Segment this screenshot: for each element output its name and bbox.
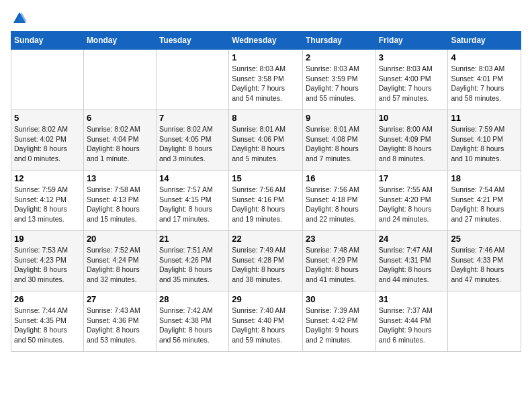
day-info: Sunrise: 7:59 AM Sunset: 4:10 PM Dayligh… <box>451 124 518 164</box>
day-info: Sunrise: 7:52 AM Sunset: 4:24 PM Dayligh… <box>87 245 153 285</box>
day-number: 23 <box>306 234 373 244</box>
day-number: 7 <box>159 113 226 123</box>
day-info: Sunrise: 7:37 AM Sunset: 4:44 PM Dayligh… <box>379 306 445 345</box>
day-info: Sunrise: 7:56 AM Sunset: 4:16 PM Dayligh… <box>232 185 300 224</box>
day-cell: 19Sunrise: 7:53 AM Sunset: 4:23 PM Dayli… <box>11 231 84 291</box>
day-cell: 13Sunrise: 7:58 AM Sunset: 4:13 PM Dayli… <box>83 171 156 231</box>
day-cell: 7Sunrise: 8:02 AM Sunset: 4:05 PM Daylig… <box>156 110 228 171</box>
day-cell <box>83 50 156 110</box>
day-number: 13 <box>87 173 153 183</box>
weekday-header-tuesday: Tuesday <box>156 32 228 50</box>
day-info: Sunrise: 7:53 AM Sunset: 4:23 PM Dayligh… <box>14 245 81 285</box>
day-info: Sunrise: 7:42 AM Sunset: 4:38 PM Dayligh… <box>159 306 226 345</box>
day-info: Sunrise: 8:03 AM Sunset: 3:58 PM Dayligh… <box>232 64 300 103</box>
day-number: 28 <box>159 294 226 304</box>
logo-icon <box>12 11 27 26</box>
weekday-header-saturday: Saturday <box>448 32 521 50</box>
weekday-header-sunday: Sunday <box>11 32 84 50</box>
weekday-header-friday: Friday <box>375 32 448 50</box>
day-number: 5 <box>14 113 81 123</box>
day-cell <box>156 50 228 110</box>
day-info: Sunrise: 7:49 AM Sunset: 4:28 PM Dayligh… <box>232 245 300 285</box>
day-info: Sunrise: 7:46 AM Sunset: 4:33 PM Dayligh… <box>451 245 518 285</box>
day-number: 20 <box>87 234 153 244</box>
day-info: Sunrise: 8:02 AM Sunset: 4:02 PM Dayligh… <box>14 124 81 164</box>
day-number: 4 <box>451 52 518 62</box>
day-cell: 6Sunrise: 8:02 AM Sunset: 4:04 PM Daylig… <box>83 110 156 171</box>
day-number: 16 <box>306 173 373 183</box>
logo <box>11 11 27 26</box>
day-number: 30 <box>306 294 373 304</box>
day-number: 15 <box>232 173 300 183</box>
day-cell: 15Sunrise: 7:56 AM Sunset: 4:16 PM Dayli… <box>229 171 303 231</box>
week-row-3: 12Sunrise: 7:59 AM Sunset: 4:12 PM Dayli… <box>11 171 521 231</box>
day-cell: 3Sunrise: 8:03 AM Sunset: 4:00 PM Daylig… <box>375 50 448 110</box>
day-cell: 16Sunrise: 7:56 AM Sunset: 4:18 PM Dayli… <box>302 171 375 231</box>
day-info: Sunrise: 7:55 AM Sunset: 4:20 PM Dayligh… <box>379 185 445 224</box>
day-info: Sunrise: 8:03 AM Sunset: 4:01 PM Dayligh… <box>451 64 518 103</box>
day-cell: 14Sunrise: 7:57 AM Sunset: 4:15 PM Dayli… <box>156 171 228 231</box>
day-info: Sunrise: 7:57 AM Sunset: 4:15 PM Dayligh… <box>159 185 226 224</box>
day-cell: 21Sunrise: 7:51 AM Sunset: 4:26 PM Dayli… <box>156 231 228 291</box>
day-info: Sunrise: 7:54 AM Sunset: 4:21 PM Dayligh… <box>451 185 518 224</box>
week-row-1: 1Sunrise: 8:03 AM Sunset: 3:58 PM Daylig… <box>11 50 521 110</box>
day-cell: 25Sunrise: 7:46 AM Sunset: 4:33 PM Dayli… <box>448 231 521 291</box>
day-number: 26 <box>14 294 81 304</box>
day-cell: 23Sunrise: 7:48 AM Sunset: 4:29 PM Dayli… <box>302 231 375 291</box>
day-number: 1 <box>232 52 300 62</box>
day-info: Sunrise: 7:43 AM Sunset: 4:36 PM Dayligh… <box>87 306 153 345</box>
day-info: Sunrise: 7:39 AM Sunset: 4:42 PM Dayligh… <box>306 306 373 345</box>
day-info: Sunrise: 7:40 AM Sunset: 4:40 PM Dayligh… <box>232 306 300 345</box>
day-number: 22 <box>232 234 300 244</box>
day-number: 3 <box>379 52 445 62</box>
day-cell: 31Sunrise: 7:37 AM Sunset: 4:44 PM Dayli… <box>375 291 448 352</box>
day-number: 6 <box>87 113 153 123</box>
calendar-table: SundayMondayTuesdayWednesdayThursdayFrid… <box>11 31 521 352</box>
day-cell: 20Sunrise: 7:52 AM Sunset: 4:24 PM Dayli… <box>83 231 156 291</box>
day-number: 10 <box>379 113 445 123</box>
day-number: 11 <box>451 113 518 123</box>
day-cell: 5Sunrise: 8:02 AM Sunset: 4:02 PM Daylig… <box>11 110 84 171</box>
day-number: 9 <box>306 113 373 123</box>
day-number: 21 <box>159 234 226 244</box>
day-info: Sunrise: 8:01 AM Sunset: 4:08 PM Dayligh… <box>306 124 373 164</box>
day-cell: 29Sunrise: 7:40 AM Sunset: 4:40 PM Dayli… <box>229 291 303 352</box>
day-number: 27 <box>87 294 153 304</box>
day-cell: 26Sunrise: 7:44 AM Sunset: 4:35 PM Dayli… <box>11 291 84 352</box>
week-row-2: 5Sunrise: 8:02 AM Sunset: 4:02 PM Daylig… <box>11 110 521 171</box>
day-info: Sunrise: 8:02 AM Sunset: 4:04 PM Dayligh… <box>87 124 153 164</box>
day-info: Sunrise: 7:51 AM Sunset: 4:26 PM Dayligh… <box>159 245 226 285</box>
day-info: Sunrise: 7:56 AM Sunset: 4:18 PM Dayligh… <box>306 185 373 224</box>
day-cell: 10Sunrise: 8:00 AM Sunset: 4:09 PM Dayli… <box>375 110 448 171</box>
day-number: 17 <box>379 173 445 183</box>
day-cell <box>11 50 84 110</box>
day-number: 29 <box>232 294 300 304</box>
day-cell: 9Sunrise: 8:01 AM Sunset: 4:08 PM Daylig… <box>302 110 375 171</box>
week-row-4: 19Sunrise: 7:53 AM Sunset: 4:23 PM Dayli… <box>11 231 521 291</box>
day-cell: 28Sunrise: 7:42 AM Sunset: 4:38 PM Dayli… <box>156 291 228 352</box>
day-cell: 18Sunrise: 7:54 AM Sunset: 4:21 PM Dayli… <box>448 171 521 231</box>
day-cell: 8Sunrise: 8:01 AM Sunset: 4:06 PM Daylig… <box>229 110 303 171</box>
day-info: Sunrise: 8:03 AM Sunset: 3:59 PM Dayligh… <box>306 64 373 103</box>
day-cell <box>448 291 521 352</box>
day-cell: 2Sunrise: 8:03 AM Sunset: 3:59 PM Daylig… <box>302 50 375 110</box>
day-info: Sunrise: 8:00 AM Sunset: 4:09 PM Dayligh… <box>379 124 445 164</box>
day-cell: 11Sunrise: 7:59 AM Sunset: 4:10 PM Dayli… <box>448 110 521 171</box>
day-info: Sunrise: 7:58 AM Sunset: 4:13 PM Dayligh… <box>87 185 153 224</box>
weekday-header-row: SundayMondayTuesdayWednesdayThursdayFrid… <box>11 32 521 50</box>
weekday-header-thursday: Thursday <box>302 32 375 50</box>
day-info: Sunrise: 7:48 AM Sunset: 4:29 PM Dayligh… <box>306 245 373 285</box>
day-cell: 4Sunrise: 8:03 AM Sunset: 4:01 PM Daylig… <box>448 50 521 110</box>
day-cell: 17Sunrise: 7:55 AM Sunset: 4:20 PM Dayli… <box>375 171 448 231</box>
day-info: Sunrise: 7:59 AM Sunset: 4:12 PM Dayligh… <box>14 185 81 224</box>
day-number: 8 <box>232 113 300 123</box>
day-cell: 1Sunrise: 8:03 AM Sunset: 3:58 PM Daylig… <box>229 50 303 110</box>
day-cell: 30Sunrise: 7:39 AM Sunset: 4:42 PM Dayli… <box>302 291 375 352</box>
day-info: Sunrise: 7:44 AM Sunset: 4:35 PM Dayligh… <box>14 306 81 345</box>
day-info: Sunrise: 7:47 AM Sunset: 4:31 PM Dayligh… <box>379 245 445 285</box>
day-number: 12 <box>14 173 81 183</box>
week-row-5: 26Sunrise: 7:44 AM Sunset: 4:35 PM Dayli… <box>11 291 521 352</box>
day-cell: 24Sunrise: 7:47 AM Sunset: 4:31 PM Dayli… <box>375 231 448 291</box>
day-number: 24 <box>379 234 445 244</box>
day-number: 2 <box>306 52 373 62</box>
